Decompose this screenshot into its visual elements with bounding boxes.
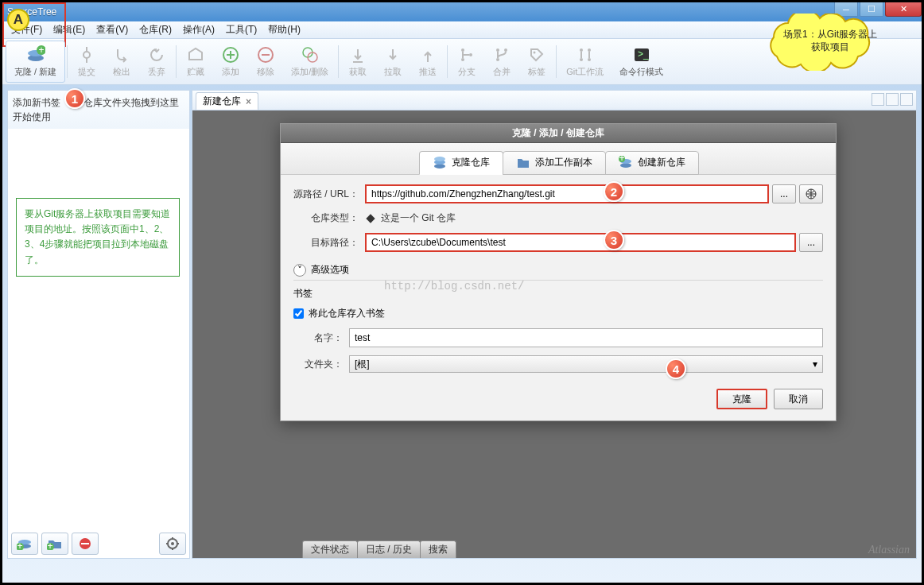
svg-point-20 <box>588 48 591 52</box>
btab-file-status[interactable]: 文件状态 <box>302 540 358 558</box>
tabs-next-button[interactable] <box>886 93 899 106</box>
dlg-tab-create[interactable]: +创建新仓库 <box>605 151 699 175</box>
checkout-icon <box>112 45 131 64</box>
menu-help[interactable]: 帮助(H) <box>262 23 306 37</box>
tb-gitflow[interactable]: Git工作流 <box>558 41 611 83</box>
db-icon <box>433 156 447 170</box>
tb-pull[interactable]: 拉取 <box>375 41 410 83</box>
add-icon <box>221 45 240 64</box>
folder-icon <box>516 156 530 170</box>
sidebar: 添加新书签 仓库文件夹拖拽到这里 开始使用 要从Git服务器上获取项目需要知道项… <box>7 90 190 559</box>
tb-merge[interactable]: 合并 <box>484 41 519 83</box>
menu-repo[interactable]: 仓库(R) <box>134 23 177 37</box>
tab-new-repo[interactable]: 新建仓库 × <box>196 92 258 110</box>
sb-add-folder-button[interactable]: + <box>41 533 68 555</box>
tb-push[interactable]: 推送 <box>410 41 445 83</box>
diamond-icon <box>365 213 376 224</box>
svg-rect-46 <box>366 214 375 223</box>
svg-text:+: + <box>619 156 624 164</box>
tb-stash[interactable]: 贮藏 <box>178 41 213 83</box>
bookmark-header: 书签 <box>293 287 823 300</box>
name-input[interactable]: test <box>349 328 823 347</box>
tb-tag[interactable]: 标签 <box>519 41 554 83</box>
annotation-note: 要从Git服务器上获取项目需要知道项目的地址。按照该页面中1、2、3、4步骤就能… <box>16 198 180 277</box>
tb-fetch[interactable]: 获取 <box>340 41 375 83</box>
svg-text:场景1：从Git服务器上: 场景1：从Git服务器上 <box>782 29 877 40</box>
stash-icon <box>186 45 205 64</box>
repo-type-value: 这是一个 Git 仓库 <box>365 211 456 225</box>
tb-add-remove[interactable]: 添加/删除 <box>283 41 336 83</box>
annotation-badge-1: 1 <box>64 88 85 109</box>
tb-terminal[interactable]: >_命令行模式 <box>611 41 671 83</box>
dlg-tab-clone[interactable]: 克隆仓库 <box>419 151 503 175</box>
bookmark-checkbox[interactable] <box>293 308 304 319</box>
merge-icon <box>492 45 511 64</box>
clone-dialog: 克隆 / 添加 / 创建仓库 克隆仓库 添加工作副本 +创建新仓库 源路径 / … <box>280 123 837 421</box>
tb-discard[interactable]: 丢弃 <box>139 41 174 83</box>
dlg-tab-add[interactable]: 添加工作副本 <box>503 151 606 175</box>
svg-point-21 <box>588 58 591 61</box>
folder-select[interactable]: [根]▾ <box>349 355 823 373</box>
src-url-input[interactable]: https://github.com/ZhengzhenZhang/test.g… <box>365 184 769 203</box>
svg-text:获取项目: 获取项目 <box>811 41 849 52</box>
menu-actions[interactable]: 操作(A) <box>177 23 220 37</box>
svg-point-18 <box>580 48 583 52</box>
sb-add-repo-button[interactable]: + <box>11 533 38 555</box>
svg-point-14 <box>496 48 499 52</box>
create-icon: + <box>619 156 633 170</box>
browse-dest-button[interactable]: ... <box>799 233 823 252</box>
svg-text:+: + <box>38 45 44 56</box>
menu-tools[interactable]: 工具(T) <box>220 23 262 37</box>
tb-commit[interactable]: 提交 <box>69 41 104 83</box>
dialog-tabs: 克隆仓库 添加工作副本 +创建新仓库 <box>281 143 836 175</box>
menu-edit[interactable]: 编辑(E) <box>48 23 91 37</box>
svg-point-12 <box>461 58 464 61</box>
tb-add[interactable]: 添加 <box>213 41 248 83</box>
dest-path-input[interactable]: C:\Users\zcube\Documents\test <box>365 233 796 252</box>
btab-search[interactable]: 搜索 <box>420 540 456 558</box>
globe-button[interactable] <box>799 184 823 203</box>
close-tab-icon[interactable]: × <box>246 96 251 107</box>
svg-point-4 <box>83 52 90 58</box>
commit-icon <box>77 45 96 64</box>
btab-log[interactable]: 日志 / 历史 <box>357 540 421 558</box>
dialog-title: 克隆 / 添加 / 创建仓库 <box>281 124 836 143</box>
push-icon <box>418 45 437 64</box>
tb-branch[interactable]: 分支 <box>449 41 484 83</box>
tb-remove[interactable]: 移除 <box>248 41 283 83</box>
fetch-icon <box>348 45 367 64</box>
browse-src-button[interactable]: ... <box>772 184 796 203</box>
cancel-button[interactable]: 取消 <box>774 389 823 409</box>
advanced-toggle[interactable]: ˅ 高级选项 <box>293 260 823 280</box>
tabs-prev-button[interactable] <box>872 93 884 106</box>
svg-point-11 <box>461 48 464 52</box>
chevron-down-icon: ˅ <box>293 264 306 277</box>
svg-point-16 <box>504 48 507 52</box>
annotation-badge-3: 3 <box>604 230 624 250</box>
tabs-menu-button[interactable] <box>900 93 913 106</box>
add-remove-icon <box>301 45 320 64</box>
gitflow-icon <box>576 45 595 64</box>
tb-clone-new[interactable]: + 克隆 / 新建 <box>6 41 65 83</box>
folder-label: 文件夹： <box>293 358 349 371</box>
sb-remove-button[interactable] <box>72 533 99 555</box>
svg-text:+: + <box>17 540 22 550</box>
pull-icon <box>383 45 402 64</box>
bottom-tabs: 文件状态 日志 / 历史 搜索 <box>302 540 456 558</box>
brand-label: Atlassian <box>868 544 910 556</box>
sb-settings-button[interactable] <box>159 533 186 555</box>
src-url-label: 源路径 / URL： <box>293 188 365 201</box>
clone-button[interactable]: 克隆 <box>716 389 767 409</box>
document-tabs: 新建仓库 × <box>192 90 917 110</box>
svg-text:+: + <box>47 540 52 550</box>
branch-icon <box>457 45 476 64</box>
bookmark-check-label: 将此仓库存入书签 <box>309 307 385 320</box>
svg-rect-31 <box>81 543 89 544</box>
terminal-icon: >_ <box>632 45 651 64</box>
clone-icon: + <box>26 45 45 64</box>
annotation-badge-4: 4 <box>666 358 686 379</box>
annotation-cloud: 场景1：从Git服务器上 获取项目 <box>750 14 910 71</box>
menu-view[interactable]: 查看(V) <box>91 23 134 37</box>
tb-checkout[interactable]: 检出 <box>104 41 139 83</box>
repo-type-label: 仓库类型： <box>293 211 365 225</box>
